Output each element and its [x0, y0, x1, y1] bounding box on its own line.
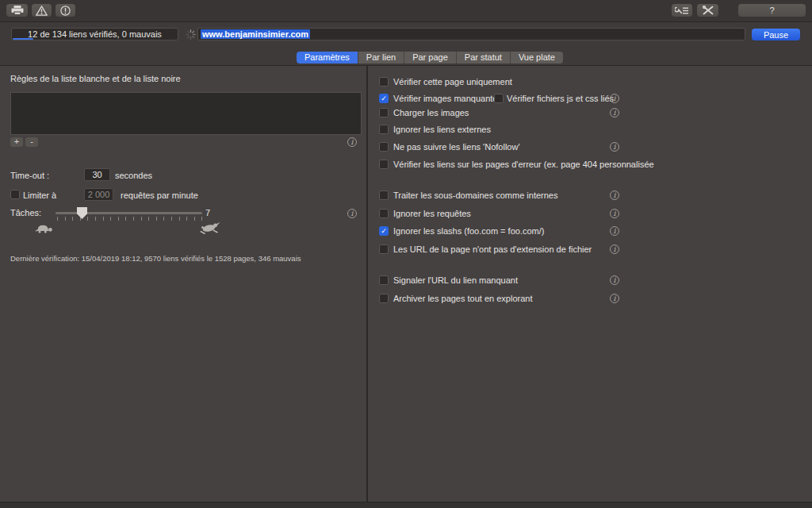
- timeout-input[interactable]: [84, 168, 110, 181]
- option-row: Archiver les pages tout en explorant i: [379, 293, 619, 304]
- option-row: Traiter les sous-domaines comme internes…: [379, 190, 619, 201]
- tasks-info-icon[interactable]: i: [347, 209, 357, 218]
- option-row: Vérifier les liens sur les pages d'erreu…: [379, 159, 619, 170]
- option-row: Vérifier images manquantes Vérifier fich…: [379, 93, 619, 104]
- toolbar: ?: [0, 0, 812, 22]
- app-window: ? 12 de 134 liens vérifiés, 0 mauvais ww…: [0, 0, 812, 508]
- status-row: 12 de 134 liens vérifiés, 0 mauvais www.…: [0, 22, 812, 45]
- option-row: Les URL de la page n'ont pas d'extension…: [379, 244, 619, 255]
- tab-par-lien[interactable]: Par lien: [358, 52, 404, 64]
- info-circle-icon: [60, 6, 71, 16]
- checkbox-archive-pages-while-crawling[interactable]: [379, 294, 389, 303]
- info-icon[interactable]: i: [610, 275, 619, 285]
- checkbox-label: Ignorer les requêtes: [393, 209, 471, 218]
- add-rule-button[interactable]: +: [10, 137, 23, 147]
- pause-button[interactable]: Pause: [752, 29, 800, 40]
- option-row: Ne pas suivre les liens 'Nofollow' i: [379, 141, 619, 152]
- info-icon[interactable]: i: [610, 94, 619, 103]
- checkbox-ignore-trailing-slashes[interactable]: [379, 226, 389, 236]
- info-icon[interactable]: i: [610, 190, 619, 200]
- option-row: Signaler l'URL du lien manquant i: [379, 275, 619, 286]
- checkbox-check-error-pages[interactable]: [379, 160, 389, 169]
- progress-status-text: 12 de 134 liens vérifiés, 0 mauvais: [28, 29, 162, 39]
- checkbox-label: Vérifier les liens sur les pages d'erreu…: [393, 160, 654, 169]
- limit-label: Limiter à: [23, 190, 56, 200]
- checkbox-report-missing-link-url[interactable]: [379, 275, 389, 285]
- last-check-status: Dernière vérification: 15/04/2019 18:12,…: [10, 254, 301, 263]
- info-icon[interactable]: i: [610, 294, 619, 303]
- timeout-label: Time-out :: [10, 171, 49, 180]
- checkbox-check-missing-images[interactable]: [379, 94, 389, 103]
- warning-icon: [36, 6, 48, 16]
- option-row: Ignorer les requêtes i: [379, 208, 619, 219]
- warnings-button[interactable]: [32, 4, 52, 17]
- limit-checkbox[interactable]: [10, 190, 20, 199]
- checkbox-label: Ne pas suivre les liens 'Nofollow': [393, 142, 520, 152]
- rules-list-label: Règles de la liste blanche et de la list…: [10, 74, 181, 83]
- checkbox-label: Charger les images: [393, 108, 469, 117]
- checkbox-subdomains-internal[interactable]: [379, 190, 389, 200]
- checkbox-ignore-queries[interactable]: [379, 209, 389, 218]
- timeout-unit-label: secondes: [115, 171, 152, 180]
- rules-list-box[interactable]: [10, 92, 362, 135]
- tasks-value: 7: [205, 208, 210, 217]
- info-icon[interactable]: i: [610, 244, 619, 254]
- rabbit-icon: [200, 221, 220, 234]
- checkbox-label: Vérifier cette page uniquement: [393, 77, 512, 87]
- progress-bar: [13, 38, 33, 40]
- checkbox-ignore-external-links[interactable]: [379, 125, 389, 134]
- tasks-slider-ticks: [57, 217, 202, 221]
- panel-divider: [366, 65, 368, 502]
- remove-rule-button[interactable]: -: [25, 137, 38, 147]
- option-row: Ignorer les liens externes: [379, 124, 619, 135]
- checkbox-load-images[interactable]: [379, 108, 389, 117]
- print-button[interactable]: [6, 4, 28, 17]
- url-text: www.benjaminsimier.com: [201, 29, 310, 39]
- limit-unit-label: requêtes par minute: [121, 190, 198, 200]
- tab-par-page[interactable]: Par page: [404, 52, 457, 64]
- bottom-bar: [0, 502, 812, 508]
- checkbox-label: Archiver les pages tout en explorant: [393, 294, 533, 303]
- preferences-button[interactable]: [672, 4, 692, 17]
- checkbox-nofollow[interactable]: [379, 142, 389, 152]
- checkbox-label: Ignorer les liens externes: [393, 125, 491, 134]
- info-icon[interactable]: i: [610, 142, 619, 152]
- checkbox-urls-no-extension[interactable]: [379, 244, 389, 254]
- limit-input[interactable]: [84, 188, 113, 201]
- wrench-list-icon: [675, 6, 689, 15]
- tasks-label: Tâches:: [10, 208, 41, 217]
- printer-icon: [11, 6, 24, 15]
- checkbox-label: Signaler l'URL du lien manquant: [393, 275, 518, 285]
- checkbox-label: Les URL de la page n'ont pas d'extension…: [393, 244, 592, 254]
- tab-par-statut[interactable]: Par statut: [457, 52, 511, 64]
- checkbox-label: Vérifier fichiers js et css liés: [507, 94, 614, 103]
- help-button[interactable]: ?: [738, 4, 806, 17]
- tab-parametres[interactable]: Paramètres: [297, 52, 358, 64]
- checkbox-check-js-css-files[interactable]: [494, 94, 504, 103]
- tab-vue-plate[interactable]: Vue plate: [511, 52, 563, 64]
- info-icon[interactable]: i: [610, 108, 619, 117]
- option-row: Ignorer les slashs (foo.com = foo.com/) …: [379, 225, 619, 237]
- turtle-icon: [35, 222, 54, 234]
- tab-segments: Paramètres Par lien Par page Par statut …: [297, 52, 563, 64]
- option-row: Charger les images i: [379, 107, 619, 118]
- info-icon[interactable]: i: [610, 226, 619, 236]
- checkbox-check-this-page-only[interactable]: [379, 77, 389, 87]
- info-icon[interactable]: i: [610, 209, 619, 218]
- progress-status-field: 12 de 134 liens vérifiés, 0 mauvais: [11, 28, 178, 40]
- option-row: Vérifier cette page uniquement: [379, 76, 619, 87]
- checkbox-label: Ignorer les slashs (foo.com = foo.com/): [393, 226, 544, 236]
- tab-bar: Paramètres Par lien Par page Par statut …: [0, 45, 812, 66]
- tools-button[interactable]: [697, 4, 718, 17]
- rules-info-icon[interactable]: i: [347, 137, 357, 147]
- checkbox-label: Traiter les sous-domaines comme internes: [393, 190, 557, 200]
- checkbox-label: Vérifier images manquantes: [393, 94, 502, 103]
- tools-icon: [703, 6, 714, 15]
- spinner-icon: [186, 29, 196, 40]
- status-info-button[interactable]: [56, 4, 75, 17]
- url-input[interactable]: www.benjaminsimier.com: [197, 28, 745, 40]
